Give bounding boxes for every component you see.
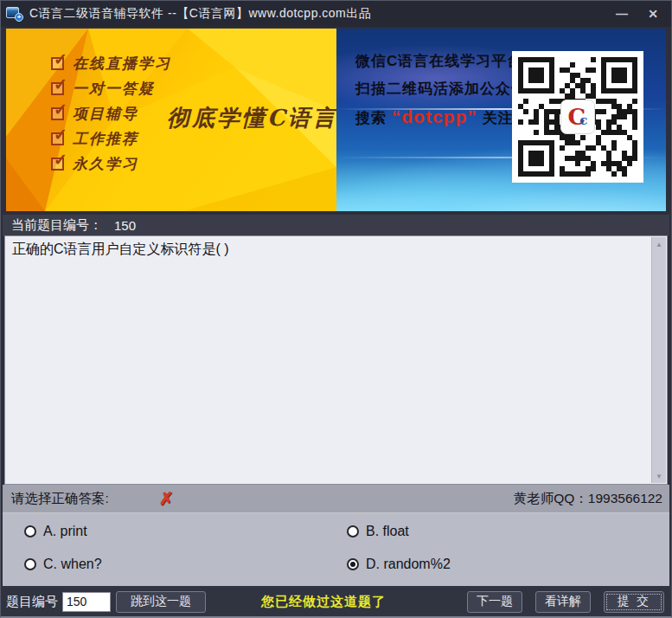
- wechat-promo-text: 微信C语言在线学习平台 扫描二维码活添加公众号 搜索 “dotcpp” 关注！: [355, 48, 528, 131]
- radio-icon: [24, 558, 36, 570]
- option-d[interactable]: D. random%2: [347, 557, 669, 572]
- wrong-answer-icon: ✗: [159, 488, 174, 509]
- question-text-area: 正确的C语言用户自定义标识符是( ) ▲ ▼: [4, 235, 668, 485]
- dotcpp-brand-text: “dotcpp”: [392, 106, 477, 126]
- answer-header: 请选择正确答案: ✗ 黄老师QQ：1993566122: [3, 485, 669, 513]
- app-window: + C语言二级语音辅导软件 --【C语言网】www.dotcpp.com出品 —…: [0, 0, 672, 618]
- checked-checkbox-icon: ✓: [51, 107, 64, 120]
- checked-checkbox-icon: ✓: [51, 57, 64, 70]
- feature-checklist: ✓ 在线直播学习 ✓ 一对一答疑 ✓ 项目辅导 ✓ 工作推荐 ✓ 永久学习: [51, 55, 171, 173]
- banner-slogan: 彻底学懂C语言: [167, 103, 336, 133]
- checklist-item: ✓ 一对一答疑: [51, 80, 171, 98]
- next-question-button[interactable]: 下一题: [467, 591, 522, 613]
- option-b[interactable]: B. float: [347, 524, 669, 539]
- answer-options: A. print B. float C. when? D. random%2: [3, 513, 669, 586]
- scroll-up-icon[interactable]: ▲: [652, 237, 666, 251]
- option-c[interactable]: C. when?: [24, 557, 347, 572]
- question-number-value: 150: [114, 218, 136, 233]
- app-icon: +: [6, 6, 23, 22]
- checked-checkbox-icon: ✓: [51, 82, 64, 95]
- checked-checkbox-icon: ✓: [51, 158, 64, 171]
- submit-button[interactable]: 提 交: [604, 591, 664, 613]
- checklist-item: ✓ 工作推荐: [51, 130, 171, 148]
- question-text: 正确的C语言用户自定义标识符是( ): [5, 236, 667, 263]
- checklist-item: ✓ 在线直播学习: [51, 55, 171, 73]
- dotcpp-logo: Cc: [560, 100, 595, 134]
- radio-icon: [347, 558, 359, 570]
- question-id-label: 题目编号: [6, 594, 58, 610]
- banner-yellow-panel: ✓ 在线直播学习 ✓ 一对一答疑 ✓ 项目辅导 ✓ 工作推荐 ✓ 永久学习: [6, 29, 336, 211]
- question-number-bar: 当前题目编号： 150: [3, 215, 669, 235]
- question-number-label: 当前题目编号：: [11, 217, 102, 234]
- view-explanation-button[interactable]: 看详解: [535, 591, 591, 613]
- window-title: C语言二级语音辅导软件 --【C语言网】www.dotcpp.com出品: [29, 6, 371, 22]
- jump-button[interactable]: 跳到这一题: [116, 591, 206, 613]
- minimize-button[interactable]: —: [609, 4, 635, 23]
- footer-toolbar: 题目编号 跳到这一题 您已经做过这道题了 下一题 看详解 提 交: [1, 586, 671, 617]
- close-button[interactable]: ✕: [640, 4, 666, 23]
- status-message: 您已经做过这道题了: [261, 594, 386, 610]
- title-bar: + C语言二级语音辅导软件 --【C语言网】www.dotcpp.com出品 —…: [1, 1, 671, 27]
- banner-blue-panel: 微信C语言在线学习平台 扫描二维码活添加公众号 搜索 “dotcpp” 关注！ …: [336, 29, 666, 211]
- radio-icon: [24, 525, 36, 538]
- teacher-qq-info: 黄老师QQ：1993566122: [514, 490, 662, 508]
- promo-banner: ✓ 在线直播学习 ✓ 一对一答疑 ✓ 项目辅导 ✓ 工作推荐 ✓ 永久学习: [6, 29, 666, 211]
- radio-icon: [347, 525, 359, 538]
- vertical-scrollbar[interactable]: ▲ ▼: [651, 237, 666, 483]
- checked-checkbox-icon: ✓: [51, 132, 64, 145]
- checklist-item: ✓ 项目辅导: [51, 105, 171, 123]
- qr-code: Cc: [512, 51, 643, 183]
- scroll-down-icon[interactable]: ▼: [652, 469, 666, 483]
- checklist-item: ✓ 永久学习: [51, 155, 171, 173]
- answer-prompt: 请选择正确答案:: [11, 490, 109, 508]
- question-id-input[interactable]: [62, 592, 111, 612]
- option-a[interactable]: A. print: [24, 524, 347, 539]
